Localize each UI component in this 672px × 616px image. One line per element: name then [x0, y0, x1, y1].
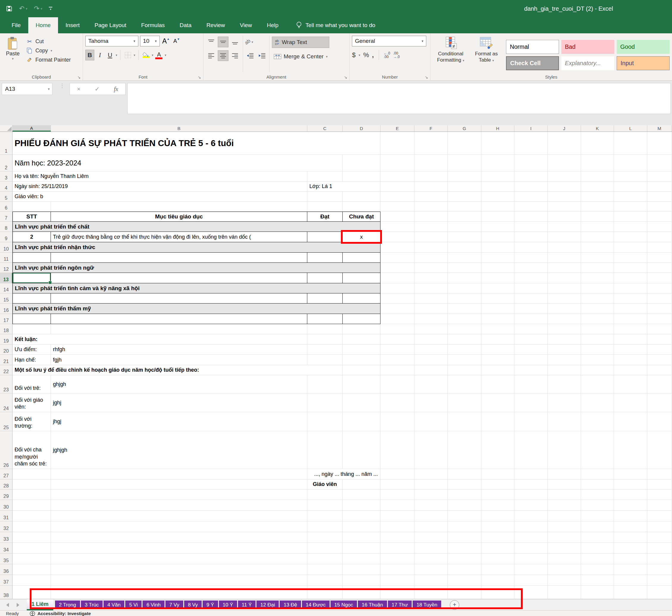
cell-A16[interactable]: Lĩnh vực phát triển thẩm mỹ: [12, 303, 380, 314]
cell-B6[interactable]: [51, 202, 307, 211]
cell-D35[interactable]: [343, 554, 380, 564]
cell-C36[interactable]: [307, 564, 343, 575]
cell-G35[interactable]: [448, 554, 481, 564]
cell-L4[interactable]: [614, 181, 647, 192]
cell-I6[interactable]: [514, 202, 548, 211]
cell-D28[interactable]: [343, 479, 380, 490]
cell-K25[interactable]: [581, 412, 614, 431]
cell-A8[interactable]: Lĩnh vực phát triển thể chất: [12, 222, 380, 232]
cell-H24[interactable]: [481, 394, 514, 412]
cell-A14[interactable]: Lĩnh vực phát triển tình cảm và kỹ năng …: [12, 283, 380, 293]
cell-F34[interactable]: [414, 543, 448, 554]
cell-J24[interactable]: [548, 394, 581, 412]
cell-C26[interactable]: [307, 431, 343, 469]
cell-K27[interactable]: [581, 469, 614, 479]
cell-F24[interactable]: [414, 394, 448, 412]
cell-J29[interactable]: [548, 490, 581, 500]
underline-caret[interactable]: ▾: [116, 53, 118, 57]
cell-E35[interactable]: [380, 554, 414, 564]
cell-D5[interactable]: [343, 192, 380, 202]
cell-E23[interactable]: [380, 375, 414, 394]
row-header-28[interactable]: 28: [0, 479, 12, 490]
cell-I35[interactable]: [514, 554, 548, 564]
font-color-icon[interactable]: A: [154, 50, 163, 60]
cell-I27[interactable]: [514, 469, 548, 479]
column-header-G[interactable]: G: [448, 125, 481, 131]
sheet-tab-7-vy[interactable]: 7 Vy: [165, 601, 183, 609]
cell-C11[interactable]: [307, 253, 343, 263]
accessibility-status[interactable]: Accessibility: Investigate: [30, 611, 91, 616]
cell-J2[interactable]: [548, 155, 581, 171]
cell-M5[interactable]: [647, 192, 672, 202]
row-header-13[interactable]: 13: [0, 273, 12, 283]
sheet-tab-9[interactable]: 9 Ý: [203, 601, 218, 609]
cell-G23[interactable]: [448, 375, 481, 394]
cell-C32[interactable]: [307, 521, 343, 532]
cell-H30[interactable]: [481, 500, 514, 511]
cell-D3[interactable]: [343, 171, 380, 181]
cell-J20[interactable]: [548, 345, 581, 355]
cell-L16[interactable]: [614, 303, 647, 314]
cell-M29[interactable]: [647, 490, 672, 500]
cell-C27[interactable]: ..., ngày ... tháng ... năm ...: [307, 469, 380, 479]
cell-D19[interactable]: [343, 334, 380, 345]
cell-A34[interactable]: [12, 543, 51, 554]
cancel-icon[interactable]: ×: [77, 86, 81, 92]
row-header-34[interactable]: 34: [0, 543, 12, 554]
cell-A9[interactable]: 2: [12, 232, 51, 242]
cell-H35[interactable]: [481, 554, 514, 564]
cell-H14[interactable]: [481, 283, 514, 293]
cell-G5[interactable]: [448, 192, 481, 202]
column-header-E[interactable]: E: [380, 125, 414, 131]
cell-H12[interactable]: [481, 263, 514, 273]
row-header-27[interactable]: 27: [0, 469, 12, 479]
cell-J12[interactable]: [548, 263, 581, 273]
cell-A36[interactable]: [12, 564, 51, 575]
cell-J5[interactable]: [548, 192, 581, 202]
column-header-B[interactable]: B: [51, 125, 307, 131]
cell-E13[interactable]: [380, 273, 414, 283]
cell-K35[interactable]: [581, 554, 614, 564]
cell-C5[interactable]: [307, 192, 343, 202]
cell-L1[interactable]: [614, 132, 647, 155]
cell-A24[interactable]: Đối với giáo viên:: [12, 394, 51, 412]
row-header-8[interactable]: 8: [0, 222, 12, 232]
cell-B24[interactable]: jghj: [51, 394, 307, 412]
cell-A33[interactable]: [12, 532, 51, 543]
sheet-tab-3-tr-c[interactable]: 3 Trúc: [81, 601, 103, 609]
cell-L27[interactable]: [614, 469, 647, 479]
cell-E22[interactable]: [380, 365, 414, 375]
cell-H32[interactable]: [481, 521, 514, 532]
sheet-tab-11[interactable]: 11 Ý: [238, 601, 256, 609]
row-header-26[interactable]: 26: [0, 431, 12, 469]
cell-L33[interactable]: [614, 532, 647, 543]
cell-G38[interactable]: [448, 586, 481, 599]
cell-M8[interactable]: [647, 222, 672, 232]
cell-I5[interactable]: [514, 192, 548, 202]
cell-J25[interactable]: [548, 412, 581, 431]
cell-B38[interactable]: [51, 586, 307, 599]
cell-L11[interactable]: [614, 253, 647, 263]
cell-L25[interactable]: [614, 412, 647, 431]
cell-G22[interactable]: [448, 365, 481, 375]
cell-L20[interactable]: [614, 345, 647, 355]
number-format-select[interactable]: General▾: [352, 36, 426, 46]
cell-J21[interactable]: [548, 355, 581, 365]
cell-G17[interactable]: [448, 314, 481, 324]
cell-M38[interactable]: [647, 586, 672, 599]
cell-J19[interactable]: [548, 334, 581, 345]
cell-L36[interactable]: [614, 564, 647, 575]
cell-J32[interactable]: [548, 521, 581, 532]
cell-E38[interactable]: [380, 586, 414, 599]
cell-M4[interactable]: [647, 181, 672, 192]
cell-G15[interactable]: [448, 293, 481, 303]
row-header-7[interactable]: 7: [0, 211, 12, 222]
cell-C31[interactable]: [307, 511, 343, 521]
cell-B36[interactable]: [51, 564, 307, 575]
row-header-30[interactable]: 30: [0, 500, 12, 511]
cell-M15[interactable]: [647, 293, 672, 303]
row-header-17[interactable]: 17: [0, 314, 12, 324]
cell-G1[interactable]: [448, 132, 481, 155]
cell-L9[interactable]: [614, 232, 647, 242]
cell-F27[interactable]: [414, 469, 448, 479]
